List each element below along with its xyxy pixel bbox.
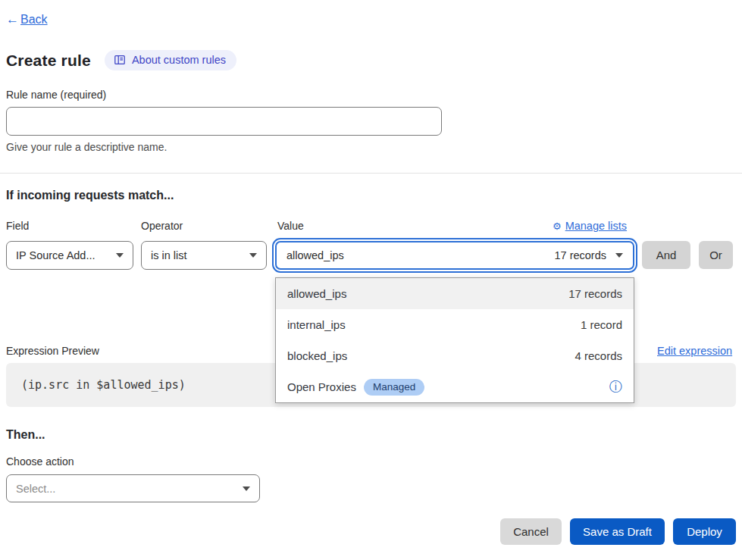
- save-as-draft-button[interactable]: Save as Draft: [570, 518, 665, 545]
- chevron-down-icon: [116, 253, 124, 258]
- chevron-down-icon: [243, 486, 250, 491]
- managed-badge: Managed: [364, 379, 424, 396]
- or-button[interactable]: Or: [699, 241, 733, 269]
- chevron-down-icon: [615, 253, 623, 258]
- gear-icon: ⚙: [553, 221, 562, 232]
- operator-label: Operator: [141, 220, 183, 232]
- list-item-records: 4 records: [575, 349, 622, 362]
- list-item-internal-ips[interactable]: internal_ips 1 record: [276, 309, 634, 340]
- list-dropdown-menu: allowed_ips 17 records internal_ips 1 re…: [275, 277, 634, 403]
- then-heading: Then...: [6, 428, 45, 442]
- list-item-blocked-ips[interactable]: blocked_ips 4 records: [276, 340, 634, 371]
- choose-action-label: Choose action: [6, 455, 74, 468]
- value-select-records: 17 records: [554, 249, 606, 261]
- about-custom-rules-label: About custom rules: [132, 54, 226, 66]
- action-select[interactable]: Select...: [6, 474, 260, 502]
- field-select-value: IP Source Add...: [16, 249, 95, 261]
- about-custom-rules-link[interactable]: About custom rules: [105, 50, 236, 70]
- rule-name-input[interactable]: [6, 107, 442, 136]
- back-link-label: Back: [20, 13, 48, 27]
- back-link[interactable]: ← Back: [6, 12, 48, 27]
- list-item-name: blocked_ips: [287, 349, 347, 362]
- back-arrow-icon: ←: [6, 12, 19, 27]
- edit-expression-link[interactable]: Edit expression: [657, 345, 732, 357]
- value-select[interactable]: allowed_ips 17 records: [275, 241, 634, 270]
- list-item-records: 17 records: [568, 287, 622, 300]
- field-select[interactable]: IP Source Add...: [6, 241, 133, 270]
- manage-lists-link[interactable]: ⚙ Manage lists: [553, 220, 627, 232]
- chevron-down-icon: [249, 253, 257, 258]
- field-label: Field: [6, 220, 29, 232]
- title-row: Create rule About custom rules: [6, 50, 236, 70]
- list-item-open-proxies[interactable]: Open Proxies Managed ⓘ: [276, 371, 634, 402]
- expression-preview-label: Expression Preview: [6, 345, 99, 357]
- value-select-name: allowed_ips: [286, 249, 344, 261]
- rule-name-label: Rule name (required): [6, 89, 106, 101]
- operator-select[interactable]: is in list: [141, 241, 267, 270]
- list-item-name: Open Proxies: [287, 380, 356, 393]
- page-title: Create rule: [6, 52, 91, 70]
- cancel-button[interactable]: Cancel: [500, 518, 562, 545]
- rule-name-helper: Give your rule a descriptive name.: [6, 141, 167, 153]
- list-item-name: allowed_ips: [287, 287, 346, 300]
- list-item-allowed-ips[interactable]: allowed_ips 17 records: [276, 278, 634, 309]
- list-item-records: 1 record: [581, 318, 622, 331]
- manage-lists-label: Manage lists: [565, 220, 627, 232]
- operator-select-value: is in list: [151, 249, 187, 261]
- value-label: Value: [277, 220, 304, 232]
- book-icon: [114, 54, 126, 66]
- match-section-heading: If incoming requests match...: [6, 189, 174, 202]
- expression-code: (ip.src in $allowed_ips): [21, 378, 186, 392]
- list-item-name: internal_ips: [287, 318, 346, 331]
- and-button[interactable]: And: [642, 241, 690, 269]
- section-divider: [0, 173, 742, 174]
- deploy-button[interactable]: Deploy: [673, 518, 736, 545]
- info-icon[interactable]: ⓘ: [609, 380, 622, 393]
- action-select-placeholder: Select...: [16, 483, 55, 495]
- create-rule-page: ← Back Create rule About custom rules Ru…: [0, 0, 742, 560]
